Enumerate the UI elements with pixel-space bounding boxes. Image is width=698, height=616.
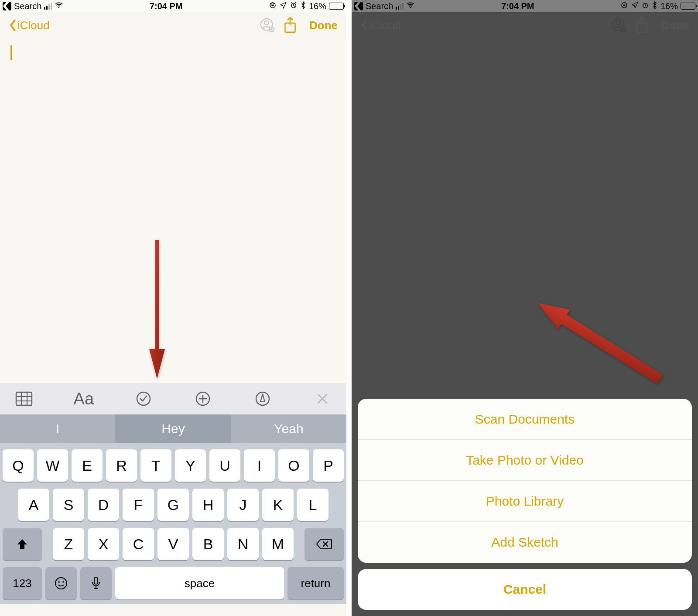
markup-icon[interactable] bbox=[252, 388, 274, 410]
key-x[interactable]: X bbox=[88, 528, 119, 560]
back-to-search-chip[interactable] bbox=[3, 2, 11, 10]
location-icon bbox=[279, 1, 287, 11]
battery-percent: 16% bbox=[309, 1, 326, 11]
note-body[interactable] bbox=[0, 38, 346, 383]
action-sheet: Scan Documents Take Photo or Video Photo… bbox=[358, 399, 692, 610]
key-d[interactable]: D bbox=[88, 489, 119, 521]
svg-point-12 bbox=[55, 578, 67, 589]
key-j[interactable]: J bbox=[227, 489, 259, 521]
status-search-label[interactable]: Search bbox=[14, 1, 41, 11]
backspace-key[interactable] bbox=[305, 528, 344, 560]
bluetooth-icon bbox=[300, 1, 306, 12]
alarm-icon bbox=[290, 1, 298, 11]
action-photo-library[interactable]: Photo Library bbox=[358, 481, 692, 522]
dictation-key[interactable] bbox=[80, 567, 112, 599]
svg-point-13 bbox=[58, 581, 60, 583]
action-add-sketch[interactable]: Add Sketch bbox=[358, 522, 692, 563]
key-m[interactable]: M bbox=[262, 528, 294, 560]
key-s[interactable]: S bbox=[53, 489, 84, 521]
back-button[interactable]: iCloud bbox=[9, 19, 50, 32]
rotation-lock-icon bbox=[269, 1, 277, 11]
close-toolbar-icon[interactable] bbox=[311, 388, 333, 410]
key-u[interactable]: U bbox=[209, 449, 240, 482]
phone-left: Search 7:04 PM 16% bbox=[0, 0, 346, 616]
space-key[interactable]: space bbox=[115, 567, 284, 599]
key-k[interactable]: K bbox=[262, 489, 294, 521]
key-l[interactable]: L bbox=[297, 489, 328, 521]
action-cancel[interactable]: Cancel bbox=[358, 569, 692, 610]
key-y[interactable]: Y bbox=[175, 449, 206, 482]
key-w[interactable]: W bbox=[37, 449, 68, 482]
key-c[interactable]: C bbox=[123, 528, 154, 560]
key-q[interactable]: Q bbox=[3, 449, 34, 482]
svg-point-5 bbox=[264, 21, 269, 25]
suggestion-1[interactable]: Hey bbox=[116, 414, 231, 443]
key-n[interactable]: N bbox=[227, 528, 259, 560]
key-g[interactable]: G bbox=[157, 489, 189, 521]
svg-point-14 bbox=[62, 581, 64, 583]
share-icon[interactable] bbox=[281, 17, 299, 34]
key-r[interactable]: R bbox=[106, 449, 137, 482]
suggestion-2[interactable]: Yeah bbox=[231, 414, 346, 443]
key-e[interactable]: E bbox=[72, 449, 103, 482]
phone-right: Search 7:04 PM 16% iCloud bbox=[352, 0, 698, 616]
status-time: 7:04 PM bbox=[66, 1, 266, 11]
text-cursor bbox=[10, 45, 12, 60]
numeric-key[interactable]: 123 bbox=[3, 567, 42, 599]
key-z[interactable]: Z bbox=[53, 528, 84, 560]
key-f[interactable]: F bbox=[123, 489, 154, 521]
key-p[interactable]: P bbox=[313, 449, 344, 482]
battery-icon bbox=[329, 3, 344, 10]
nav-bar: iCloud Done bbox=[0, 12, 346, 38]
status-bar: Search 7:04 PM 16% bbox=[0, 0, 346, 12]
wifi-icon bbox=[55, 1, 63, 12]
suggestion-0[interactable]: I bbox=[0, 414, 116, 443]
key-o[interactable]: O bbox=[278, 449, 309, 482]
keyboard: QWERTYUIOP ASDFGHJKL ZXCVBNM 123 space r… bbox=[0, 443, 346, 604]
note-format-toolbar: Aa bbox=[0, 383, 346, 414]
key-v[interactable]: V bbox=[157, 528, 189, 560]
action-sheet-options: Scan Documents Take Photo or Video Photo… bbox=[358, 399, 692, 563]
svg-point-0 bbox=[58, 7, 60, 8]
svg-rect-15 bbox=[94, 577, 98, 584]
collaborate-icon[interactable] bbox=[259, 17, 276, 34]
key-h[interactable]: H bbox=[192, 489, 224, 521]
svg-point-9 bbox=[137, 392, 150, 405]
key-a[interactable]: A bbox=[18, 489, 49, 521]
back-label: iCloud bbox=[17, 19, 50, 32]
key-i[interactable]: I bbox=[244, 449, 275, 482]
emoji-key[interactable] bbox=[45, 567, 77, 599]
svg-rect-2 bbox=[271, 4, 274, 6]
add-attachment-button[interactable] bbox=[192, 388, 214, 410]
action-take-photo-video[interactable]: Take Photo or Video bbox=[358, 440, 692, 481]
text-format-button[interactable]: Aa bbox=[73, 388, 95, 410]
cellular-signal-icon bbox=[44, 3, 52, 10]
svg-rect-8 bbox=[16, 392, 32, 405]
checklist-icon[interactable] bbox=[133, 388, 154, 410]
return-key[interactable]: return bbox=[287, 567, 344, 599]
done-button[interactable]: Done bbox=[309, 19, 338, 32]
shift-key[interactable] bbox=[3, 528, 42, 560]
key-b[interactable]: B bbox=[192, 528, 224, 560]
keyboard-suggestions: I Hey Yeah bbox=[0, 414, 346, 443]
key-t[interactable]: T bbox=[140, 449, 171, 482]
table-icon[interactable] bbox=[13, 388, 35, 410]
action-scan-documents[interactable]: Scan Documents bbox=[358, 399, 692, 440]
